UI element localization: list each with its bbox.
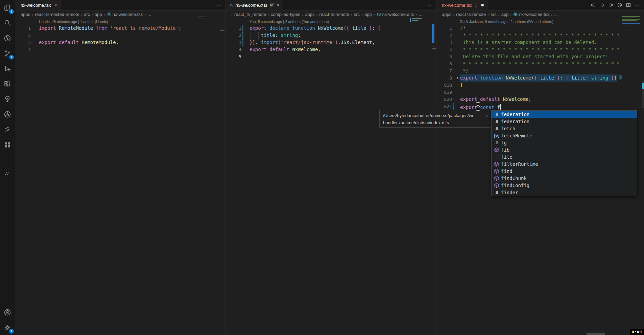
codelens[interactable]: You, 5 seconds ago | 2 authors (You and …: [226, 19, 436, 25]
code-line[interactable]: 4 * * * * * * * * * * * * * * * * * * * …: [436, 46, 644, 53]
breadcrumb-item[interactable]: TSnx-welcome.d.ts: [377, 12, 414, 17]
code-line[interactable]: 1import RemoteModule from 'react_ts_remo…: [15, 25, 226, 32]
folded-region-indicator[interactable]: [619, 75, 622, 80]
code-line[interactable]: 4: [15, 46, 226, 53]
code-line[interactable]: 818}: [436, 82, 644, 89]
code-text: * * * * * * * * * * * * * * * * * * * * …: [460, 60, 620, 67]
suggestion-item[interactable]: fg: [492, 139, 637, 146]
suggestion-item[interactable]: federation: [492, 111, 637, 118]
code-line[interactable]: 8export function NxWelcome({ title }: { …: [436, 74, 644, 82]
minimap[interactable]: [622, 16, 641, 26]
activity-bar-item-testing[interactable]: [0, 91, 15, 107]
code-line[interactable]: 2: [15, 32, 226, 39]
code-line[interactable]: 821export const f: [436, 103, 644, 110]
activity-bar-item-commit-graph[interactable]: [0, 107, 15, 122]
code-line[interactable]: 1export declare function NxWelcome({ tit…: [226, 25, 436, 32]
tab-nx-welcome-dts[interactable]: TS nx-welcome.d.ts M ×: [226, 0, 283, 10]
history-icon[interactable]: [617, 2, 623, 8]
activity-bar-item-explorer[interactable]: 1: [0, 0, 15, 15]
code-editor[interactable]: Hanric, 48 minutes ago | 1 author (Hanri…: [15, 19, 226, 335]
code-line[interactable]: 819: [436, 89, 644, 96]
breadcrumb-item[interactable]: nx-welcome.tsx: [513, 12, 549, 17]
activity-bar-item-search[interactable]: [0, 15, 15, 30]
git-modified-gutter-mark: [241, 39, 244, 46]
breadcrumb-item[interactable]: src: [84, 12, 90, 17]
nav-circle-icon[interactable]: [599, 2, 605, 8]
close-icon[interactable]: ×: [277, 3, 280, 7]
nav-back-icon[interactable]: [590, 2, 596, 8]
line-number: 3: [436, 39, 452, 46]
code-line[interactable]: 2 title: string;: [226, 32, 436, 39]
breadcrumb-item[interactable]: app: [364, 12, 372, 17]
minimap[interactable]: [197, 16, 207, 22]
code-line[interactable]: 5: [226, 53, 436, 60]
suggestion-item[interactable]: federation: [492, 118, 637, 125]
suggestion-item[interactable]: findConfig: [492, 182, 637, 189]
breadcrumb-item[interactable]: app: [501, 12, 509, 17]
code-line[interactable]: 3 This is a starter component and can be…: [436, 39, 644, 46]
breadcrumb-item[interactable]: react-ts-nested-remote: [35, 12, 79, 17]
suggestion-item[interactable]: finder: [492, 189, 637, 196]
suggestion-item[interactable]: filterRuntime: [492, 160, 637, 168]
breadcrumb-item[interactable]: apps: [21, 12, 30, 17]
suggestion-item[interactable]: fib: [492, 146, 637, 153]
suggestion-label: file: [501, 154, 512, 160]
activity-bar-item-grid[interactable]: [0, 137, 15, 152]
minimap[interactable]: [410, 18, 425, 24]
fold-chevron-icon[interactable]: [455, 74, 460, 82]
activity-bar-item-gitlens[interactable]: [0, 30, 15, 46]
code-line[interactable]: 4export default NxWelcome;: [226, 46, 436, 53]
indent-guide: [250, 32, 251, 39]
activity-bar-item-account[interactable]: [0, 305, 15, 320]
breadcrumb-item[interactable]: react_ts_remote: [234, 12, 266, 17]
split-editor-icon[interactable]: [625, 2, 631, 8]
activity-bar-item-ribbon[interactable]: [0, 122, 15, 137]
breadcrumb-separator: ›: [551, 12, 552, 17]
breadcrumb-item[interactable]: react-ts-remote: [456, 12, 486, 17]
code-line[interactable]: 7 */: [436, 67, 644, 74]
breadcrumb-item[interactable]: apps: [442, 12, 451, 17]
suggestion-item[interactable]: fetch: [492, 125, 637, 132]
breadcrumb-item[interactable]: compiled-types: [271, 12, 300, 17]
breadcrumb-separator: ›: [32, 12, 33, 17]
breadcrumb-item[interactable]: apps: [305, 12, 314, 17]
breadcrumb-item[interactable]: ...: [419, 12, 422, 17]
dirty-dot-icon[interactable]: [481, 4, 484, 6]
breadcrumb-item[interactable]: ...: [554, 12, 558, 17]
tab-nx-welcome-tsx[interactable]: nx-welcome.tsx ×: [15, 0, 61, 10]
code-line[interactable]: 1/*: [436, 25, 644, 32]
code-line[interactable]: 820export default NxWelcome;: [436, 96, 644, 103]
code-line[interactable]: 3}): import("react/jsx-runtime").JSX.Ele…: [226, 39, 436, 46]
tab-nx-welcome-tsx-with-errors[interactable]: nx-welcome.tsx 1: [436, 0, 487, 10]
suggestion-item[interactable]: findChunk: [492, 175, 637, 182]
suggestion-item[interactable]: find: [492, 168, 637, 175]
activity-bar-item-wave[interactable]: [0, 166, 15, 181]
activity-bar-item-run-and-debug[interactable]: [0, 61, 15, 76]
breadcrumb-item[interactable]: app: [95, 12, 102, 17]
breadcrumb-item[interactable]: react-ts-remote: [319, 12, 349, 17]
codelens[interactable]: Hanric, 48 minutes ago | 1 author (Hanri…: [15, 19, 226, 25]
nav-forward-icon[interactable]: [608, 2, 614, 8]
horizontal-scrollbar[interactable]: [587, 333, 605, 335]
code-line[interactable]: 6 * * * * * * * * * * * * * * * * * * * …: [436, 60, 644, 67]
code-editor[interactable]: You, 5 seconds ago | 2 authors (You and …: [226, 19, 436, 335]
suggestion-item[interactable]: file: [492, 153, 637, 160]
suggestion-item[interactable]: fetchRemote: [492, 132, 637, 139]
close-icon[interactable]: ×: [54, 3, 57, 7]
activity-bar-item-source-control[interactable]: 7: [0, 46, 15, 61]
activity-bar-item-settings[interactable]: 1: [0, 320, 15, 335]
breadcrumb-item[interactable]: nx-welcome.tsx: [107, 12, 143, 17]
breadcrumb-item[interactable]: src: [354, 12, 360, 17]
more-actions-icon[interactable]: [426, 2, 432, 8]
more-actions-icon[interactable]: [634, 2, 640, 8]
breadcrumb-item[interactable]: src: [491, 12, 496, 17]
code-line[interactable]: 5 Delete this file and get started with …: [436, 53, 644, 60]
activity-bar-item-extensions[interactable]: [0, 76, 15, 91]
commit-graph-icon: [3, 110, 11, 118]
more-actions-icon[interactable]: [216, 2, 222, 8]
close-icon[interactable]: ×: [485, 112, 488, 119]
code-line[interactable]: 2 * * * * * * * * * * * * * * * * * * * …: [436, 32, 644, 39]
code-line[interactable]: 3export default RemoteModule;: [15, 39, 226, 46]
breadcrumb-item[interactable]: ...: [147, 12, 151, 17]
codelens[interactable]: Zack Jackson, 9 months ago | 2 authors (…: [436, 19, 644, 25]
